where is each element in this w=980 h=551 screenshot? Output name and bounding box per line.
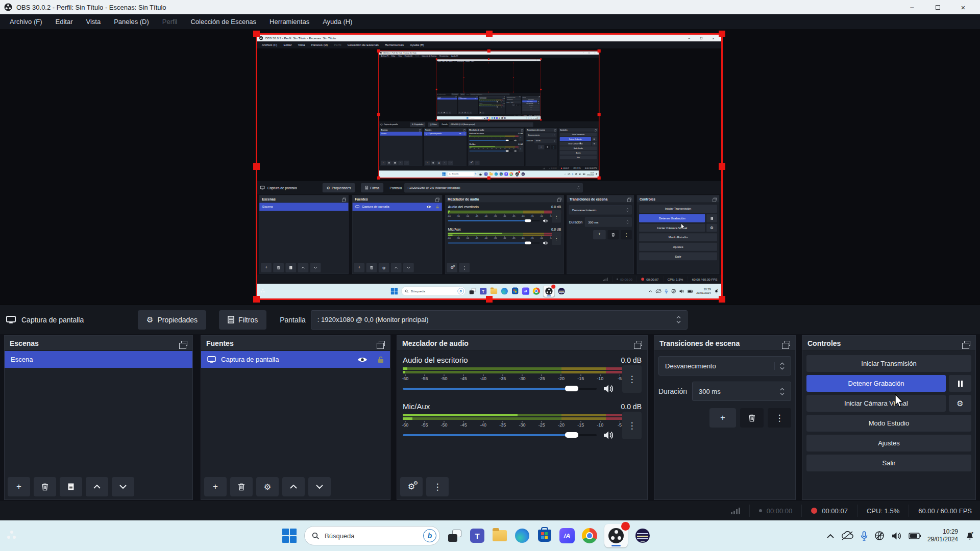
filters-button[interactable]: Filtros — [219, 310, 266, 330]
popout-icon[interactable] — [379, 341, 385, 346]
popout-icon[interactable] — [636, 341, 642, 346]
popout-icon[interactable] — [964, 341, 970, 346]
taskbar-obs-icon-active[interactable] — [604, 524, 628, 547]
select-spinner-icon[interactable] — [671, 316, 681, 323]
windows-taskbar: Búsqueda b T /A — [0, 520, 980, 551]
running-indicator — [641, 541, 645, 542]
plus-icon: + — [16, 482, 21, 492]
add-scene-button[interactable]: + — [8, 477, 30, 496]
meter-tick-label: -10 — [597, 421, 603, 428]
edge-icon — [515, 529, 529, 543]
transitions-panel-header: Transiciones de escena — [654, 336, 795, 351]
menu-archivo[interactable]: Archivo (F) — [3, 14, 49, 29]
speaker-icon[interactable] — [603, 431, 614, 440]
popout-icon[interactable] — [181, 341, 187, 346]
notification-bell-sleep-icon[interactable]: z — [965, 531, 975, 541]
visibility-eye-icon[interactable] — [357, 357, 368, 363]
capture-handle-middle-left[interactable] — [253, 163, 260, 170]
scene-list-item[interactable]: Escena — [5, 351, 192, 368]
virtual-camera-settings-button[interactable]: ⚙ — [949, 395, 971, 412]
menu-herramientas[interactable]: Herramientas — [263, 14, 316, 29]
start-button[interactable] — [282, 528, 297, 543]
start-streaming-button[interactable]: Iniciar Transmisión — [806, 355, 971, 372]
duration-spinbox[interactable]: 300 ms — [692, 382, 791, 401]
capture-region[interactable]: OBS 30.0.2 - Perfil: Sin Título - Escena… — [256, 33, 723, 300]
teams-icon: T — [470, 529, 484, 543]
onedrive-offline-icon[interactable] — [841, 531, 854, 540]
source-properties-button[interactable]: ⚙ — [256, 477, 279, 496]
monitor-icon — [6, 316, 16, 323]
menu-coleccion-escenas[interactable]: Colección de Escenas — [184, 14, 263, 29]
add-source-button[interactable]: + — [204, 477, 227, 496]
add-transition-button[interactable]: + — [709, 408, 736, 428]
transition-menu-button[interactable]: ⋮ — [768, 408, 791, 428]
battery-icon[interactable] — [909, 533, 921, 539]
source-list-item[interactable]: Captura de pantalla — [201, 351, 390, 368]
tray-clock[interactable]: 10:29 29/01/2024 — [927, 528, 958, 543]
volume-slider-handle[interactable] — [565, 386, 578, 391]
menu-ayuda[interactable]: Ayuda (H) — [316, 14, 359, 29]
bing-icon[interactable]: b — [423, 529, 436, 542]
task-view-button[interactable] — [447, 528, 462, 543]
tray-chevron-up-icon[interactable] — [827, 534, 834, 538]
volume-slider[interactable] — [403, 383, 597, 394]
pause-recording-button[interactable] — [949, 375, 971, 392]
stop-recording-button[interactable]: Detener Grabación — [806, 375, 946, 392]
taskbar-eclipse-icon[interactable] — [635, 528, 650, 543]
capture-handle-bottom-right[interactable] — [719, 296, 725, 303]
menu-editar[interactable]: Editar — [49, 14, 80, 29]
remove-transition-button[interactable] — [740, 408, 764, 428]
taskbar-edge-icon[interactable] — [514, 528, 530, 543]
move-scene-down-button[interactable] — [112, 477, 134, 496]
popout-icon[interactable] — [784, 341, 790, 346]
remove-scene-button[interactable] — [34, 477, 56, 496]
close-button[interactable]: × — [950, 0, 976, 14]
transition-select[interactable]: Desvanecimiento — [658, 356, 791, 375]
studio-mode-button[interactable]: Modo Estudio — [806, 415, 971, 432]
remove-source-button[interactable] — [230, 477, 253, 496]
taskbar-store-icon[interactable] — [537, 528, 552, 543]
meter-tick-label: -35 — [499, 374, 506, 381]
taskbar-chrome-icon[interactable] — [582, 528, 597, 543]
start-virtual-camera-button[interactable]: Iniciar Cámara Virtual — [806, 395, 946, 412]
capture-handle-top-middle[interactable] — [486, 31, 493, 37]
capture-handle-bottom-middle[interactable] — [486, 296, 493, 303]
spinbox-arrows-icon[interactable] — [775, 388, 785, 395]
capture-handle-middle-right[interactable] — [719, 163, 725, 170]
transition-value: Desvanecimiento — [665, 362, 716, 370]
volume-icon[interactable] — [891, 532, 902, 540]
track-menu-button[interactable]: ⋮ — [622, 412, 642, 439]
properties-button[interactable]: ⚙ Propiedades — [138, 310, 206, 330]
move-source-down-button[interactable] — [308, 477, 331, 496]
move-source-up-button[interactable] — [282, 477, 305, 496]
microphone-active-icon[interactable] — [861, 531, 868, 541]
taskbar-file-explorer-icon[interactable] — [492, 528, 507, 543]
exit-button[interactable]: Salir — [806, 455, 971, 471]
scene-filters-button[interactable] — [60, 477, 82, 496]
meter-tick-label: -35 — [499, 421, 506, 428]
taskbar-search-input[interactable]: Búsqueda b — [304, 526, 440, 545]
volume-slider-handle[interactable] — [565, 432, 578, 438]
capture-handle-top-right[interactable] — [719, 31, 725, 37]
taskbar-teams-icon[interactable]: T — [470, 528, 485, 543]
restore-button[interactable] — [925, 0, 950, 14]
volume-slider[interactable] — [403, 430, 597, 441]
select-spinner-icon[interactable] — [774, 362, 785, 370]
track-menu-button[interactable]: ⋮ — [622, 365, 642, 393]
advanced-audio-button[interactable]: ⚙⚙ — [400, 477, 423, 496]
capture-handle-top-left[interactable] — [253, 31, 260, 37]
capture-handle-bottom-left[interactable] — [253, 296, 260, 303]
minimize-button[interactable]: − — [899, 0, 925, 14]
meter-tick-label: -30 — [519, 421, 525, 428]
display-select[interactable]: : 980x551 @ 0,0 (Monitor principal) — [311, 310, 688, 330]
speaker-icon[interactable] — [603, 384, 614, 393]
taskbar-ia-app-icon[interactable]: /A — [559, 528, 575, 543]
filter-icon — [68, 483, 74, 490]
menu-vista[interactable]: Vista — [80, 14, 108, 29]
lock-icon[interactable] — [378, 356, 384, 363]
mixer-menu-button[interactable]: ⋮ — [426, 477, 449, 496]
no-internet-globe-icon[interactable] — [874, 531, 885, 541]
settings-button[interactable]: Ajustes — [806, 435, 971, 452]
move-scene-up-button[interactable] — [86, 477, 108, 496]
menu-paneles[interactable]: Paneles (D) — [107, 14, 156, 29]
